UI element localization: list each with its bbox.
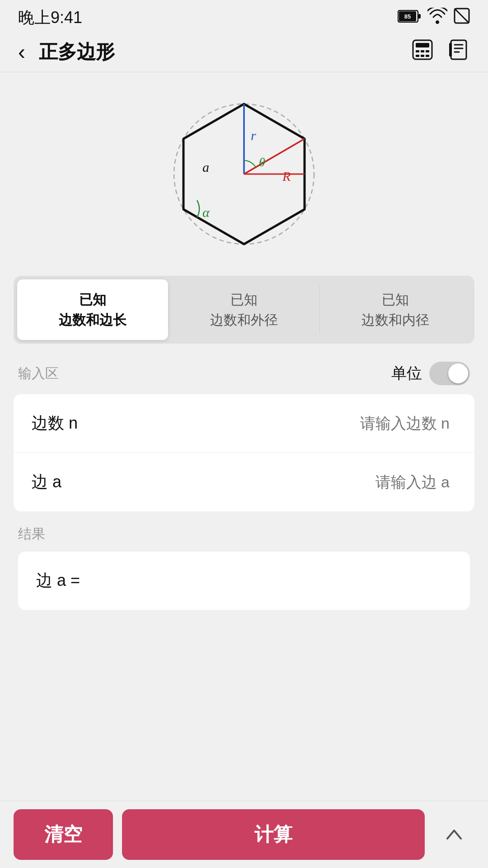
svg-rect-1 bbox=[418, 14, 421, 19]
tab1-line1: 已知 bbox=[79, 289, 106, 310]
status-bar: 晚上9:41 85 bbox=[0, 0, 488, 32]
tabs-container: 已知 边数和边长 已知 边数和外径 已知 边数和内径 bbox=[14, 276, 474, 344]
status-time: 晚上9:41 bbox=[18, 7, 82, 29]
svg-text:85: 85 bbox=[404, 13, 411, 20]
svg-text:r: r bbox=[251, 128, 256, 143]
svg-rect-12 bbox=[421, 55, 424, 57]
input-section-header: 输入区 单位 bbox=[0, 357, 488, 394]
svg-rect-14 bbox=[451, 40, 466, 59]
scroll-up-button[interactable] bbox=[434, 814, 474, 855]
input-card: 边数 n 边 a bbox=[14, 394, 474, 511]
tab-sides-inner[interactable]: 已知 边数和内径 bbox=[320, 279, 471, 340]
field-a-label: 边 a bbox=[32, 471, 61, 493]
svg-text:a: a bbox=[202, 160, 209, 175]
polygon-diagram: r R a θ α bbox=[149, 90, 339, 262]
field-a-input[interactable] bbox=[276, 473, 456, 491]
svg-rect-18 bbox=[449, 43, 452, 57]
result-card: 边 a = bbox=[18, 552, 470, 610]
tab2-line1: 已知 bbox=[230, 289, 258, 310]
status-icons: 85 bbox=[398, 8, 470, 28]
back-button[interactable]: ‹ bbox=[18, 41, 25, 63]
tab-sides-length[interactable]: 已知 边数和边长 bbox=[17, 279, 168, 340]
unit-toggle[interactable] bbox=[429, 362, 470, 385]
battery-icon: 85 bbox=[398, 9, 421, 26]
diagram-container: r R a θ α bbox=[0, 72, 488, 276]
calculator-icon[interactable] bbox=[411, 38, 434, 66]
page-title: 正多边形 bbox=[39, 39, 115, 65]
unit-label: 单位 bbox=[391, 363, 422, 384]
unit-row: 单位 bbox=[391, 362, 470, 385]
tab3-line2: 边数和内径 bbox=[361, 310, 429, 330]
svg-rect-8 bbox=[416, 50, 419, 52]
tab1-line2: 边数和边长 bbox=[59, 310, 127, 330]
notebook-icon[interactable] bbox=[447, 38, 470, 66]
svg-line-5 bbox=[455, 9, 469, 23]
input-section-label: 输入区 bbox=[18, 364, 59, 383]
svg-rect-9 bbox=[421, 50, 424, 52]
svg-line-22 bbox=[244, 139, 305, 174]
svg-rect-13 bbox=[426, 55, 429, 57]
clear-button[interactable]: 清空 bbox=[14, 809, 113, 860]
svg-rect-7 bbox=[416, 43, 429, 47]
tab-sides-outer[interactable]: 已知 边数和外径 bbox=[169, 279, 319, 340]
svg-rect-10 bbox=[426, 50, 429, 52]
field-n-input[interactable] bbox=[276, 415, 456, 432]
result-section: 结果 边 a = bbox=[0, 525, 488, 610]
header-right bbox=[411, 38, 470, 66]
toggle-knob bbox=[448, 363, 468, 383]
tab3-line1: 已知 bbox=[382, 289, 409, 310]
svg-text:α: α bbox=[202, 205, 210, 220]
calc-button[interactable]: 计算 bbox=[122, 809, 425, 860]
forbidden-icon bbox=[454, 8, 470, 28]
header-left: ‹ 正多边形 bbox=[18, 39, 115, 65]
svg-text:θ: θ bbox=[259, 155, 265, 169]
svg-rect-11 bbox=[416, 55, 419, 57]
svg-text:R: R bbox=[282, 169, 291, 184]
bottom-bar: 清空 计算 bbox=[0, 801, 488, 868]
wifi-icon bbox=[427, 8, 447, 28]
result-section-label: 结果 bbox=[18, 525, 470, 543]
input-row-a: 边 a bbox=[14, 453, 474, 511]
input-row-n: 边数 n bbox=[14, 394, 474, 453]
header: ‹ 正多边形 bbox=[0, 32, 488, 72]
result-a-label: 边 a = bbox=[36, 571, 80, 590]
tab2-line2: 边数和外径 bbox=[210, 310, 278, 330]
field-n-label: 边数 n bbox=[32, 412, 78, 434]
